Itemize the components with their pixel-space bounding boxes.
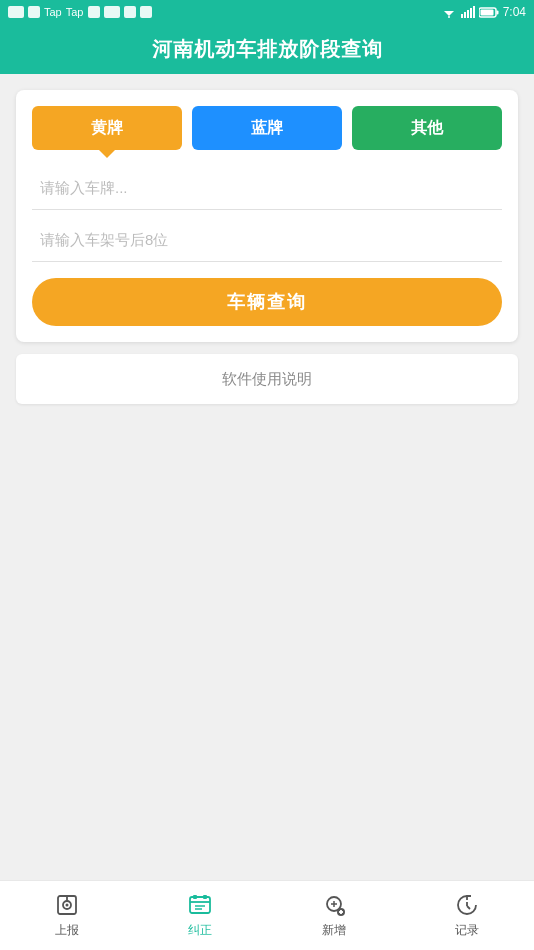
nav-item-correct[interactable]: 纠正 — [134, 881, 268, 950]
app-title: 河南机动车排放阶段查询 — [152, 36, 383, 63]
main-content: 黄牌 蓝牌 其他 车辆查询 软件使用说明 — [0, 74, 534, 420]
search-button[interactable]: 车辆查询 — [32, 278, 502, 326]
info-card-label: 软件使用说明 — [222, 370, 312, 389]
yellow-plate-button[interactable]: 黄牌 — [32, 106, 182, 150]
svg-point-2 — [448, 16, 450, 18]
app-icon-3 — [88, 6, 100, 18]
add-icon — [321, 892, 347, 918]
nav-item-report[interactable]: 上报 — [0, 881, 134, 950]
correct-icon — [187, 892, 213, 918]
main-card: 黄牌 蓝牌 其他 车辆查询 — [16, 90, 518, 342]
nav-label-report: 上报 — [55, 922, 79, 939]
app-icon-6 — [140, 6, 152, 18]
battery-icon — [479, 7, 499, 18]
svg-rect-10 — [480, 9, 493, 15]
tap-label-2: Tap — [66, 6, 84, 18]
nav-label-history: 记录 — [455, 922, 479, 939]
nav-label-correct: 纠正 — [188, 922, 212, 939]
svg-point-13 — [65, 904, 68, 907]
status-bar-left: Tap Tap — [8, 6, 152, 18]
app-icon-5 — [124, 6, 136, 18]
svg-rect-4 — [464, 12, 466, 18]
frame-number-input[interactable] — [32, 218, 502, 262]
svg-rect-3 — [461, 14, 463, 18]
bottom-nav: 上报 纠正 新增 记录 — [0, 880, 534, 950]
nav-item-add[interactable]: 新增 — [267, 881, 401, 950]
history-icon — [454, 892, 480, 918]
blue-plate-button[interactable]: 蓝牌 — [192, 106, 342, 150]
tap-label-1: Tap — [44, 6, 62, 18]
plate-number-input[interactable] — [32, 166, 502, 210]
app-icon-2 — [28, 6, 40, 18]
wifi-icon — [441, 6, 457, 18]
status-bar-right: 7:04 — [441, 5, 526, 19]
plate-type-row: 黄牌 蓝牌 其他 — [32, 106, 502, 150]
report-icon — [54, 892, 80, 918]
other-plate-button[interactable]: 其他 — [352, 106, 502, 150]
app-header: 河南机动车排放阶段查询 — [0, 24, 534, 74]
info-card[interactable]: 软件使用说明 — [16, 354, 518, 404]
svg-rect-6 — [470, 8, 472, 18]
status-bar: Tap Tap 7:04 — [0, 0, 534, 24]
nav-item-history[interactable]: 记录 — [401, 881, 535, 950]
svg-line-28 — [467, 906, 470, 909]
time-display: 7:04 — [503, 5, 526, 19]
svg-rect-19 — [193, 895, 197, 899]
svg-rect-20 — [203, 895, 207, 899]
svg-rect-5 — [467, 10, 469, 18]
app-icon-4 — [104, 6, 120, 18]
nav-label-add: 新增 — [322, 922, 346, 939]
app-icon-1 — [8, 6, 24, 18]
svg-rect-9 — [496, 10, 498, 14]
svg-rect-7 — [473, 6, 475, 18]
svg-rect-15 — [190, 897, 210, 913]
signal-icon — [461, 6, 475, 18]
